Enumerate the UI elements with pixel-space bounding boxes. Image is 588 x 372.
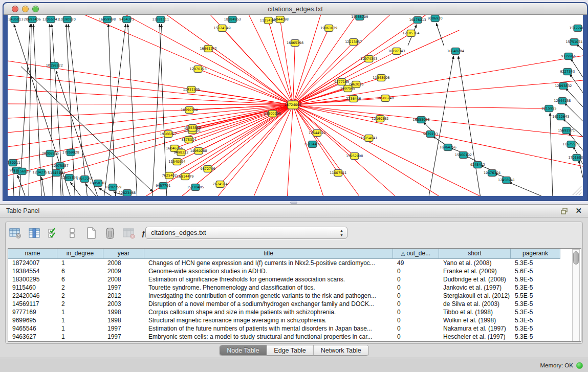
float-panel-icon[interactable] (561, 208, 568, 214)
table-cell[interactable]: 1 (57, 316, 103, 324)
table-cell[interactable]: 1997 (103, 283, 144, 292)
column-header-in_degree[interactable]: in_degree (57, 249, 103, 259)
table-cell[interactable]: 2012 (103, 292, 144, 300)
column-header-title[interactable]: title (144, 249, 393, 259)
table-cell[interactable]: 0 (393, 300, 439, 308)
table-cell[interactable]: Genome-wide association studies in ADHD. (144, 267, 393, 275)
table-cell[interactable]: 0 (393, 324, 439, 333)
table-cell[interactable]: 2009 (103, 267, 144, 275)
table-cell[interactable]: 1998 (103, 316, 144, 324)
close-panel-icon[interactable]: ✕ (575, 207, 582, 215)
table-cell[interactable]: de Silva et al. (2003) (439, 300, 511, 308)
tab-network-table[interactable]: Network Table (313, 345, 368, 355)
table-cell[interactable]: Dudbridge et al. (2008) (439, 275, 511, 283)
network-window[interactable]: citations_edges.txt 15124549169612421297… (3, 2, 588, 201)
table-cell[interactable]: Embryonic stem cells: a model to study s… (144, 333, 393, 341)
table-row[interactable]: 946362711997Embryonic stem cells: a mode… (8, 333, 560, 341)
table-cell[interactable]: 5.3E-5 (511, 300, 560, 308)
table-cell[interactable]: 5.3E-5 (511, 283, 560, 292)
scrollbar-thumb[interactable] (573, 251, 579, 265)
table-cell[interactable]: Structural magnetic resonance image aver… (144, 316, 393, 324)
column-header-out_de[interactable]: △out_de... (393, 249, 439, 259)
table-row[interactable]: 1456911722003Disruption of a novel membe… (8, 300, 560, 308)
table-cell[interactable]: 5.6E-5 (511, 267, 560, 275)
table-cell[interactable]: 1 (57, 259, 103, 267)
table-cell[interactable]: Stergiakouli et al. (2012) (439, 292, 511, 300)
table-cell[interactable]: Hescheler et al. (1997) (439, 333, 511, 341)
table-cell[interactable]: 14569117 (8, 300, 57, 308)
table-cell[interactable]: Franke et al. (2009) (439, 267, 511, 275)
table-cell[interactable]: 6 (57, 267, 103, 275)
table-selector[interactable]: citations_edges.txt ▲▼ (145, 227, 347, 239)
table-row[interactable]: 1872400712008Changes of HCN gene express… (8, 259, 560, 267)
table-cell[interactable]: 2 (57, 292, 103, 300)
node-table[interactable]: namein_degreeyeartitle△out_de...shortpag… (8, 248, 581, 342)
table-cell[interactable]: 2008 (103, 275, 144, 283)
tab-edge-table[interactable]: Edge Table (266, 345, 313, 355)
column-header-name[interactable]: name (8, 249, 57, 259)
row-height-icon[interactable] (66, 227, 79, 239)
table-row[interactable]: 977716911998Corpus callosum shape and si… (8, 308, 560, 316)
table-cell[interactable]: 6 (57, 275, 103, 283)
table-row[interactable]: 1830029562008Estimation of significance … (8, 275, 560, 283)
table-cell[interactable]: 2 (57, 300, 103, 308)
table-row[interactable]: 969969511998Structural magnetic resonanc… (8, 316, 560, 324)
table-cell[interactable]: Tibbo et al. (1998) (439, 308, 511, 316)
table-cell[interactable]: 5.9E-5 (511, 275, 560, 283)
delete-column-icon[interactable] (103, 227, 117, 239)
table-settings-icon[interactable] (9, 227, 22, 239)
table-cell[interactable]: 5.3E-5 (511, 259, 560, 267)
table-cell[interactable]: 5.3E-5 (511, 308, 560, 316)
table-cell[interactable]: 0 (393, 316, 439, 324)
table-cell[interactable]: 5.3E-5 (511, 333, 560, 341)
table-cell[interactable]: 1997 (103, 324, 144, 333)
network-window-titlebar[interactable]: citations_edges.txt (4, 3, 587, 15)
network-canvas[interactable]: 1512454916961242129701931143150510590794… (8, 15, 583, 196)
column-header-short[interactable]: short (439, 249, 511, 259)
table-cell[interactable]: Estimation of the future numbers of pati… (144, 324, 393, 333)
table-cell[interactable]: 0 (393, 283, 439, 292)
table-cell[interactable]: Nakamura et al. (1997) (439, 324, 511, 333)
resize-grip-icon[interactable] (579, 192, 581, 195)
table-cell[interactable]: 1997 (103, 333, 144, 341)
table-cell[interactable]: Disruption of a novel member of a sodium… (144, 300, 393, 308)
table-cell[interactable]: 2003 (103, 300, 144, 308)
table-cell[interactable]: Yano et al. (2008) (439, 259, 511, 267)
table-cell[interactable]: 0 (393, 275, 439, 283)
table-cell[interactable]: 0 (393, 267, 439, 275)
new-column-icon[interactable] (84, 227, 98, 239)
table-cell[interactable]: 18724007 (8, 259, 57, 267)
table-cell[interactable]: 1 (57, 308, 103, 316)
table-row[interactable]: 911546021997Tourette syndrome. Phenomeno… (8, 283, 560, 292)
table-cell[interactable]: 9699695 (8, 316, 57, 324)
table-cell[interactable]: Jankovic et al. (1997) (439, 283, 511, 292)
table-cell[interactable]: 19384554 (8, 267, 57, 275)
table-row[interactable]: 1938455462009Genome-wide association stu… (8, 267, 560, 275)
table-cell[interactable]: 9115460 (8, 283, 57, 292)
table-cell[interactable]: 9777169 (8, 308, 57, 316)
table-cell[interactable]: 9465546 (8, 324, 57, 333)
table-row[interactable]: 2242004622012Investigating the contribut… (8, 292, 560, 300)
memory-status[interactable]: Memory: OK (540, 358, 583, 372)
table-cell[interactable]: 1 (57, 333, 103, 341)
table-cell[interactable]: Estimation of significance thresholds fo… (144, 275, 393, 283)
table-cell[interactable]: 5.5E-5 (511, 292, 560, 300)
table-cell[interactable]: Wolkin et al. (1998) (439, 316, 511, 324)
table-cell[interactable]: 0 (393, 308, 439, 316)
vertical-scrollbar[interactable] (572, 249, 580, 341)
table-cell[interactable]: 1 (57, 324, 103, 333)
table-cell[interactable]: Investigating the contribution of common… (144, 292, 393, 300)
table-row[interactable]: 946554611997Estimation of the future num… (8, 324, 560, 333)
table-cell[interactable]: 49 (393, 259, 439, 267)
table-cell[interactable]: Corpus callosum shape and size in male p… (144, 308, 393, 316)
table-cell[interactable]: 2008 (103, 259, 144, 267)
table-cell[interactable]: 0 (393, 292, 439, 300)
table-cell[interactable]: 5.3E-5 (511, 324, 560, 333)
splitter-grip-icon[interactable] (290, 202, 297, 204)
table-cell[interactable]: 2 (57, 283, 103, 292)
table-cell[interactable]: 22420046 (8, 292, 57, 300)
column-header-pagerank[interactable]: pagerank (511, 249, 560, 259)
table-cell[interactable]: 0 (393, 333, 439, 341)
table-cell[interactable]: 18300295 (8, 275, 57, 283)
table-cell[interactable]: Tourette syndrome. Phenomenology and cla… (144, 283, 393, 292)
